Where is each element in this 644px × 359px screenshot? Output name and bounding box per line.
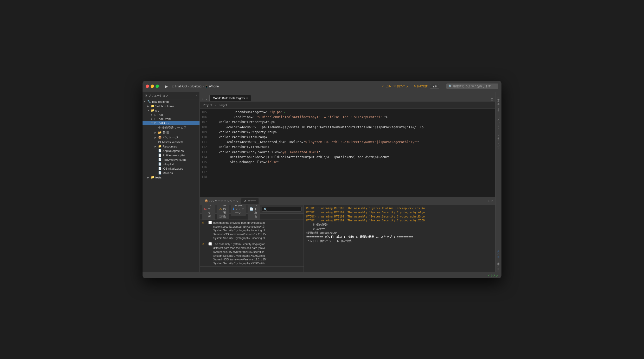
sidebar-item-src[interactable]: ▼📁src <box>143 108 199 113</box>
code-line-112: <color:#4ec9b0">ItemGroup> <box>211 135 493 140</box>
sidebar-item-solution-items[interactable]: ▶📁Solution Items <box>143 104 199 108</box>
tree-arrow-tests: ▶ <box>147 176 151 179</box>
app-window: ▶ □ Trial.iOS › □ Debug › 📱 iPhone ⚠ ビルド… <box>143 81 501 278</box>
tab-prev[interactable]: ‹ <box>202 97 203 101</box>
console-line-1: MTOUCH : warning MT0109: The assembly 'S… <box>306 210 493 215</box>
tree-label-trial-proj: Trial <box>157 113 163 116</box>
console-line-2: MTOUCH : warning MT0109: The assembly 'S… <box>306 215 493 219</box>
editor-tab-main[interactable]: Mobile.BuildTools.targets × <box>209 95 251 101</box>
console-line-0: MTOUCH : warning MT0109: The assembly 'S… <box>306 206 493 210</box>
strip-properties[interactable]: プロパティ <box>497 114 500 130</box>
strip-toolbox[interactable]: ツールボックス <box>497 94 500 113</box>
breadcrumb-config[interactable]: □ Debug <box>190 85 202 88</box>
build-status: ⚠ ビルド:0 個のエラー、6 個の警告 ▲6 <box>382 84 439 89</box>
error-row-1[interactable]: ⚠ The assembly 'System.Security.Cryptogr… <box>200 241 304 266</box>
line-numbers: 1051061071081091101111121131141151161171… <box>200 110 211 196</box>
tab-next[interactable]: › <box>206 97 207 101</box>
error-icon: ⊗ <box>204 207 207 211</box>
bottom-panel: 📦 パッケージ コンソール ⚠ エラー □ × <box>200 197 495 272</box>
tree-arrow-references: ▶ <box>154 131 158 134</box>
console-line-11: ビルド:0 個のエラー、6 個の警告 <box>306 239 493 243</box>
sidebar-item-info-plist[interactable]: 📄Info.plist <box>143 162 199 166</box>
breadcrumb-project[interactable]: □ Trial.iOS <box>172 85 187 88</box>
sidebar-item-trial-droid[interactable]: ▶□Trial.Droid <box>143 117 199 121</box>
sidebar-item-packages[interactable]: ▶📦パッケージ <box>143 135 199 140</box>
tree-label-assets: Assets.xcassets <box>162 140 183 144</box>
tree-label-trial-ios: Trial.iOS <box>157 121 169 125</box>
panel-minimize-icon[interactable]: □ <box>488 199 490 202</box>
error-checkbox-1[interactable] <box>208 242 212 246</box>
code-line-113: <color:#4ec9b0">__Generated_dSYM Include… <box>211 140 493 145</box>
tree-icon-tests: 📁 <box>151 176 154 179</box>
error-checkbox-0[interactable] <box>208 221 212 224</box>
sidebar-actions: — × <box>191 94 197 97</box>
bottom-tabs: 📦 パッケージ コンソール ⚠ エラー □ × <box>200 197 495 205</box>
sidebar-item-iosinitializer[interactable]: 📄iOSInitializer.cs <box>143 166 199 171</box>
tree-arrow-trial-droid: ▶ <box>151 118 154 120</box>
editor-tabs: ‹ › Mobile.BuildTools.targets × ⊡ <box>200 92 495 101</box>
tree-label-info-plist: Info.plist <box>163 163 174 166</box>
tree-icon-solution-items: 📁 <box>151 104 154 108</box>
toolbar-project[interactable]: Project <box>203 104 212 107</box>
tree-label-iosinitializer: iOSInitializer.cs <box>163 167 183 170</box>
sidebar-close-icon[interactable]: × <box>196 94 197 97</box>
tree-arrow-packages: ▶ <box>154 136 158 139</box>
close-button[interactable] <box>146 85 149 88</box>
console-text: MTOUCH : warning MT0109: The assembly 'S… <box>304 205 495 272</box>
bottom-tab-actions: □ × <box>488 199 493 202</box>
strip-tasks[interactable]: タスク <box>497 247 500 258</box>
minimize-button[interactable] <box>151 85 154 88</box>
error-toolbar: ⊗ 0 個のエラー ⚠ 6 個の警告 ℹ 0 個のメッセージ <box>200 205 304 214</box>
code-line-117: DestinationFolder="$(BuildToolsArtifactO… <box>211 155 493 160</box>
toolbar-target[interactable]: Target <box>219 104 227 107</box>
error-search-input[interactable] <box>262 207 301 211</box>
sidebar: ⚙ ソリューション — × ▼🔧Trial (editing)▶📁Solutio… <box>143 92 200 272</box>
run-button[interactable]: ▶ <box>165 84 168 88</box>
bottom-content: ⊗ 0 個のエラー ⚠ 6 個の警告 ℹ 0 個のメッセージ <box>200 205 495 272</box>
error-row-0[interactable]: ⚠ path than the provided path (provided … <box>200 220 304 241</box>
tab-scroll-icon[interactable]: ⊡ <box>491 98 493 101</box>
sidebar-item-main-cs[interactable]: 📄Main.cs <box>143 171 199 175</box>
breadcrumb-device[interactable]: 📱 iPhone <box>205 85 219 88</box>
strip-untasked[interactable]: 無着手タスク <box>497 259 500 270</box>
tree-icon-trial-ios: □ <box>154 121 156 125</box>
tree-icon-trial: 🔧 <box>147 100 151 103</box>
tree-icon-connected-services: ⚙ <box>158 126 161 129</box>
tab-package-console[interactable]: 📦 パッケージ コンソール <box>202 198 241 204</box>
sidebar-item-fodyweavers[interactable]: 📄FodyWeavers.xml <box>143 157 199 162</box>
sidebar-icon: ⚙ <box>145 94 147 97</box>
sidebar-item-entitlements[interactable]: 📄Entitlements.plist <box>143 153 199 157</box>
sidebar-item-appdelegate[interactable]: 📄AppDelegate.cs <box>143 149 199 153</box>
search-bar[interactable]: 🔍 検索するには '⌘.' を押します <box>446 84 498 89</box>
sidebar-item-references[interactable]: ▶📂参照 <box>143 130 199 135</box>
sidebar-item-trial-proj[interactable]: ▶□Trial <box>143 113 199 117</box>
traffic-lights <box>146 85 159 88</box>
code-content[interactable]: DependsOnTargets="_ZipIpa"✓ Condition=" … <box>211 110 495 196</box>
sidebar-minimize-icon[interactable]: — <box>191 94 194 97</box>
error-table-header: ! 行 説明 <box>200 214 304 220</box>
sidebar-item-trial-ios[interactable]: ▼□Trial.iOS <box>143 121 199 125</box>
sidebar-item-tests[interactable]: ▶📁tests <box>143 175 199 179</box>
tree-label-solution-items: Solution Items <box>155 105 174 108</box>
code-line-118: SkipUnchangedFiles="false" <box>211 160 493 165</box>
tab-errors[interactable]: ⚠ エラー <box>241 198 259 204</box>
tree-label-packages: パッケージ <box>163 136 178 139</box>
strip-document[interactable]: ドキュメント <box>497 131 500 150</box>
panel-close-icon[interactable]: × <box>492 199 493 202</box>
fullscreen-button[interactable] <box>156 85 159 88</box>
sidebar-item-assets[interactable]: 🖼Assets.xcassets <box>143 140 199 144</box>
tab-close-button[interactable]: × <box>246 97 248 100</box>
tree-icon-iosinitializer: 📄 <box>158 167 162 170</box>
sidebar-title: ⚙ ソリューション <box>145 94 168 98</box>
warning-row-icon: ⚠ <box>202 242 207 245</box>
device-icon: 📱 <box>205 85 208 88</box>
warning-badge[interactable]: ▲6 <box>430 84 439 89</box>
tree-arrow-resources: ▶ <box>154 145 158 148</box>
tree-arrow-solution-items: ▶ <box>147 105 151 107</box>
sidebar-item-resources[interactable]: ▶📁Resources <box>143 144 199 149</box>
sidebar-item-trial[interactable]: ▼🔧Trial (editing) <box>143 99 199 104</box>
error-desc-0: path than the provided path (provided pa… <box>213 221 301 240</box>
config-icon: □ <box>190 85 192 88</box>
error-list: ⊗ 0 個のエラー ⚠ 6 個の警告 ℹ 0 個のメッセージ <box>200 205 304 272</box>
sidebar-item-connected-services[interactable]: ⚙接続済みサービス <box>143 125 199 130</box>
